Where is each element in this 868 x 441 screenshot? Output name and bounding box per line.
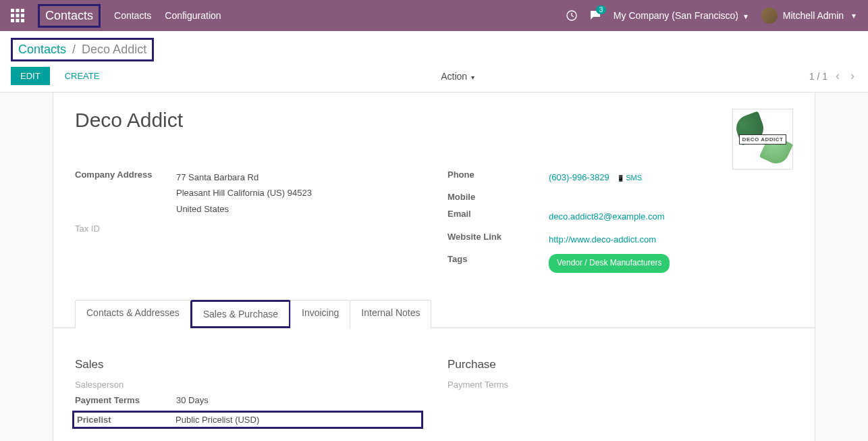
pager-text: 1 / 1 bbox=[809, 71, 828, 82]
action-dropdown[interactable]: Action ▾ bbox=[441, 71, 474, 82]
field-tax-id: Tax ID bbox=[75, 224, 421, 234]
svg-rect-1 bbox=[16, 9, 20, 12]
highlight-box-pricelist: Pricelist Public Pricelist (USD) bbox=[72, 411, 423, 429]
field-label: Phone bbox=[447, 170, 549, 180]
create-button[interactable]: CREATE bbox=[58, 67, 107, 85]
field-label: Email bbox=[447, 209, 549, 219]
control-panel: Contacts / Deco Addict EDIT CREATE Actio… bbox=[0, 31, 868, 93]
tab-contacts-addresses[interactable]: Contacts & Addresses bbox=[75, 300, 191, 328]
svg-rect-6 bbox=[11, 19, 14, 22]
info-col-left: Company Address 77 Santa Barbara Rd Plea… bbox=[75, 170, 421, 280]
tab-internal-notes[interactable]: Internal Notes bbox=[350, 300, 431, 328]
nav-right: 3 My Company (San Francisco) ▼ Mitchell … bbox=[566, 7, 857, 24]
tab-sales-purchase[interactable]: Sales & Purchase bbox=[190, 300, 291, 328]
field-value: Vendor / Desk Manufacturers bbox=[549, 254, 793, 273]
caret-down-icon: ▼ bbox=[850, 12, 857, 20]
company-name-label: My Company (San Francisco) bbox=[614, 10, 738, 21]
nav-links: Contacts Configuration bbox=[114, 10, 221, 21]
field-label: Mobile bbox=[447, 192, 549, 202]
avatar bbox=[761, 7, 778, 24]
sms-link[interactable]: SMS bbox=[617, 174, 642, 182]
tab-invoicing[interactable]: Invoicing bbox=[290, 300, 350, 328]
pager-prev[interactable]: ‹ bbox=[833, 69, 842, 83]
email-link[interactable]: deco.addict82@example.com bbox=[549, 209, 793, 224]
highlight-box-brand: Contacts bbox=[38, 4, 101, 28]
tabs: Contacts & Addresses Sales & Purchase In… bbox=[53, 300, 815, 328]
svg-rect-7 bbox=[16, 19, 20, 22]
breadcrumb: Contacts / Deco Addict bbox=[18, 43, 146, 56]
field-payment-terms: Payment Terms 30 Days bbox=[75, 395, 421, 405]
field-email: Email deco.addict82@example.com bbox=[447, 209, 793, 224]
address-line: Pleasant Hill California (US) 94523 bbox=[176, 188, 312, 198]
svg-rect-8 bbox=[21, 19, 24, 22]
section-col-left: Sales Salesperson Payment Terms 30 Days … bbox=[75, 344, 421, 441]
field-label: Pricelist bbox=[77, 415, 175, 425]
title-row: Deco Addict DECO ADDICT bbox=[75, 109, 793, 170]
section-col-right: Purchase Payment Terms Misc bbox=[447, 344, 793, 441]
activity-icon[interactable] bbox=[566, 10, 577, 21]
field-phone: Phone (603)-996-3829 SMS bbox=[447, 170, 793, 185]
cp-center: Action ▾ bbox=[106, 71, 809, 82]
field-salesperson: Salesperson bbox=[75, 380, 421, 390]
tab-content: Sales Salesperson Payment Terms 30 Days … bbox=[75, 344, 793, 441]
nav-link-configuration[interactable]: Configuration bbox=[165, 10, 221, 21]
action-label: Action bbox=[441, 71, 467, 82]
svg-rect-2 bbox=[21, 9, 24, 12]
breadcrumb-current: Deco Addict bbox=[82, 43, 146, 56]
form-sheet: Deco Addict DECO ADDICT Company Address … bbox=[53, 93, 815, 441]
caret-down-icon: ▼ bbox=[742, 13, 749, 20]
cp-left: EDIT CREATE bbox=[11, 67, 106, 85]
field-value: (603)-996-3829 SMS bbox=[549, 170, 793, 185]
control-panel-row: EDIT CREATE Action ▾ 1 / 1 ‹ › bbox=[11, 67, 857, 85]
edit-button[interactable]: EDIT bbox=[11, 67, 50, 85]
messages-badge: 3 bbox=[596, 5, 607, 14]
section-title-purchase: Purchase bbox=[447, 358, 793, 371]
field-purchase-payment-terms: Payment Terms bbox=[447, 380, 793, 390]
field-label: Company Address bbox=[75, 170, 176, 180]
svg-rect-4 bbox=[16, 14, 20, 18]
address-line: United States bbox=[176, 204, 229, 214]
field-label: Tax ID bbox=[75, 224, 176, 234]
nav-link-contacts[interactable]: Contacts bbox=[114, 10, 151, 21]
svg-rect-3 bbox=[11, 14, 14, 18]
pager-next[interactable]: › bbox=[848, 69, 857, 83]
company-logo[interactable]: DECO ADDICT bbox=[732, 109, 793, 170]
info-col-right: Phone (603)-996-3829 SMS Mobile Email de… bbox=[447, 170, 793, 280]
field-company-address: Company Address 77 Santa Barbara Rd Plea… bbox=[75, 170, 421, 217]
messages-icon[interactable]: 3 bbox=[589, 9, 601, 22]
field-label: Website Link bbox=[447, 232, 549, 242]
highlight-box-breadcrumb: Contacts / Deco Addict bbox=[11, 38, 154, 61]
phone-link[interactable]: (603)-996-3829 bbox=[549, 172, 609, 182]
field-label: Payment Terms bbox=[447, 380, 549, 390]
field-tags: Tags Vendor / Desk Manufacturers bbox=[447, 254, 793, 273]
sheet-wrapper: Deco Addict DECO ADDICT Company Address … bbox=[0, 93, 868, 441]
pricelist-link[interactable]: Public Pricelist (USD) bbox=[175, 415, 418, 425]
website-link[interactable]: http://www.deco-addict.com bbox=[549, 232, 793, 247]
app-brand[interactable]: Contacts bbox=[45, 9, 93, 22]
company-switcher[interactable]: My Company (San Francisco) ▼ bbox=[614, 10, 749, 21]
field-label: Payment Terms bbox=[75, 395, 176, 405]
caret-down-icon: ▾ bbox=[471, 74, 474, 81]
page-title: Deco Addict bbox=[75, 109, 183, 132]
breadcrumb-root[interactable]: Contacts bbox=[18, 43, 66, 56]
logo-text: DECO ADDICT bbox=[739, 134, 787, 145]
field-label: Tags bbox=[447, 254, 549, 264]
field-label: Salesperson bbox=[75, 380, 176, 390]
field-value: 30 Days bbox=[176, 395, 421, 405]
svg-rect-5 bbox=[21, 14, 24, 18]
field-mobile: Mobile bbox=[447, 192, 793, 202]
tag-pill[interactable]: Vendor / Desk Manufacturers bbox=[549, 254, 670, 273]
address-line: 77 Santa Barbara Rd bbox=[176, 172, 259, 182]
apps-icon[interactable] bbox=[11, 9, 24, 22]
user-menu[interactable]: Mitchell Admin ▼ bbox=[761, 7, 857, 24]
section-title-sales: Sales bbox=[75, 358, 421, 371]
top-navbar: Contacts Contacts Configuration 3 My Com… bbox=[0, 0, 868, 31]
field-website: Website Link http://www.deco-addict.com bbox=[447, 232, 793, 247]
field-value: 77 Santa Barbara Rd Pleasant Hill Califo… bbox=[176, 170, 421, 217]
info-grid: Company Address 77 Santa Barbara Rd Plea… bbox=[75, 170, 793, 280]
svg-rect-0 bbox=[11, 9, 14, 12]
cp-right: 1 / 1 ‹ › bbox=[809, 69, 857, 83]
user-name-label: Mitchell Admin bbox=[783, 10, 844, 21]
breadcrumb-separator: / bbox=[72, 43, 76, 56]
